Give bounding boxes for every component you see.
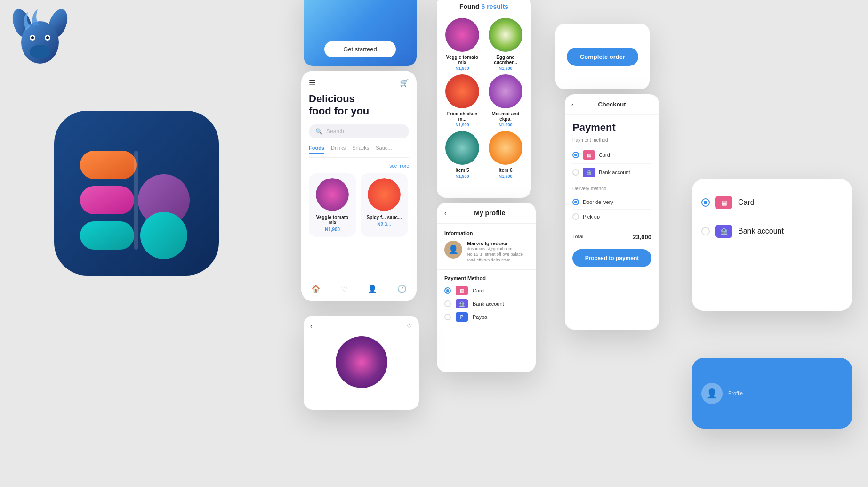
svg-point-3 <box>30 45 50 59</box>
user-email: dosamarvis@gmail.com <box>467 246 528 251</box>
delivery-section: Delivery method. Door delivery Pick up <box>565 186 659 229</box>
method-label: Payment method <box>572 138 651 143</box>
nav-home-icon[interactable]: 🏠 <box>311 284 321 293</box>
user-address: No 15 uli street off ove palace road eff… <box>467 252 528 263</box>
bank-icon: 🏦 <box>456 299 468 308</box>
payment-method-title: Payment Method <box>444 276 528 281</box>
bull-logo <box>12 7 68 80</box>
result-item-5[interactable]: Item 5 N1,900 <box>442 131 482 179</box>
door-delivery-option[interactable]: Door delivery <box>572 195 651 210</box>
large-card-icon: ▤ <box>715 196 732 209</box>
svg-rect-10 <box>80 186 134 214</box>
profile-info: Information 👤 Marvis Ighedosa dosamarvis… <box>437 224 536 270</box>
payment-heading: Payment <box>565 115 659 138</box>
screen-food-detail: ‹ ♡ <box>304 316 419 410</box>
main-title: Delicious food for you <box>309 93 409 118</box>
checkout-title: Checkout <box>598 101 626 108</box>
profile-back-arrow[interactable]: ‹ <box>444 209 447 217</box>
svg-rect-9 <box>80 151 137 179</box>
large-card-option[interactable]: ▤ Card <box>701 188 843 217</box>
checkout-card-icon: ▤ <box>583 150 595 160</box>
food-card-2-name: Spicy f... sauc... <box>365 215 403 220</box>
nav-history-icon[interactable]: 🕐 <box>397 284 407 293</box>
result-item-4[interactable]: Moi-moi and ekpa. N1,900 <box>486 74 525 127</box>
screen-profile: ‹ My profile Information 👤 Marvis Ighedo… <box>437 203 536 372</box>
svg-rect-11 <box>80 221 134 250</box>
checkout-bank-icon: 🏦 <box>583 168 595 177</box>
bottom-profile-text: Profile <box>728 390 743 396</box>
search-input[interactable]: Search <box>326 128 344 135</box>
nav-user-icon[interactable]: 👤 <box>368 284 377 293</box>
result-item-6[interactable]: Item 6 N1,900 <box>486 131 525 179</box>
screen-main: ☰ 🛒 Delicious food for you 🔍 Search Food… <box>301 71 417 301</box>
tab-foods[interactable]: Foods <box>309 145 324 154</box>
checkout-back-arrow[interactable]: ‹ <box>571 101 574 108</box>
total-amount: 23,000 <box>633 234 651 241</box>
food-card-1-name: Veggie tomato mix <box>313 215 351 225</box>
complete-order-button[interactable]: Complete order <box>567 48 638 66</box>
cart-icon[interactable]: 🛒 <box>400 78 409 87</box>
results-header: Found 6 results <box>437 0 531 18</box>
payment-option-paypal[interactable]: P Paypal <box>444 312 528 322</box>
proceed-to-payment-button[interactable]: Proceed to payment <box>572 249 651 267</box>
user-name: Marvis Ighedosa <box>467 241 528 246</box>
method-section: Payment method ▤ Card 🏦 Bank account <box>565 138 659 186</box>
category-tabs: Foods Drinks Snacks Sauc... <box>309 145 409 158</box>
result-item-2[interactable]: Egg and cucmber... N1,900 <box>486 18 525 71</box>
search-bar[interactable]: 🔍 Search <box>309 124 409 138</box>
screen-card-bank: ▤ Card 🏦 Bank account <box>692 179 852 311</box>
tab-sauces[interactable]: Sauc... <box>376 145 392 154</box>
screen-blue-bottom: 👤 Profile <box>692 358 852 429</box>
payment-method-section: Payment Method ▤ Card 🏦 Bank account P P… <box>437 270 536 331</box>
get-started-button[interactable]: Get starteed <box>324 41 396 57</box>
bottom-nav: 🏠 ♡ 👤 🕐 <box>301 276 417 301</box>
info-label: Information <box>444 230 528 236</box>
result-item-3[interactable]: Fried chicken m... N1,900 <box>442 74 482 127</box>
food-card-2-price: N2,3... <box>365 222 403 227</box>
large-bank-label: Bank account <box>738 227 784 235</box>
user-avatar: 👤 <box>444 241 462 259</box>
payment-option-bank[interactable]: 🏦 Bank account <box>444 299 528 308</box>
profile-title: My profile <box>474 209 505 217</box>
screen-complete: Complete order <box>555 24 650 89</box>
tab-snacks[interactable]: Snacks <box>352 145 369 154</box>
result-item-1[interactable]: Veggie tomato mix N1,900 <box>442 18 482 71</box>
nav-heart-icon[interactable]: ♡ <box>341 284 347 293</box>
svg-point-13 <box>140 212 187 259</box>
tab-drinks[interactable]: Drinks <box>331 145 346 154</box>
svg-point-6 <box>31 36 34 39</box>
large-bank-option[interactable]: 🏦 Bank account <box>701 217 843 245</box>
svg-point-7 <box>46 36 49 39</box>
pickup-option[interactable]: Pick up <box>572 210 651 224</box>
paypal-icon: P <box>456 312 468 322</box>
figma-3d-icon <box>47 104 226 283</box>
svg-rect-14 <box>134 151 138 250</box>
food-detail-heart-icon[interactable]: ♡ <box>406 322 412 330</box>
large-bank-icon: 🏦 <box>715 225 732 238</box>
checkout-card-option[interactable]: ▤ Card <box>572 146 651 164</box>
food-card-1[interactable]: Veggie tomato mix N1,900 <box>309 173 356 237</box>
bottom-profile-label: Profile <box>728 390 743 396</box>
food-card-1-price: N1,900 <box>313 227 351 232</box>
large-card-label: Card <box>738 198 755 207</box>
food-grid: Veggie tomato mix N1,900 Egg and cucmber… <box>437 18 531 184</box>
payment-option-card[interactable]: ▤ Card <box>444 286 528 295</box>
food-detail-back-arrow[interactable]: ‹ <box>310 322 313 330</box>
total-row: Total 23,000 <box>565 229 659 245</box>
search-icon: 🔍 <box>315 128 322 135</box>
delivery-label: Delivery method. <box>572 186 651 191</box>
food-card-2[interactable]: Spicy f... sauc... N2,3... <box>361 173 408 237</box>
screen-checkout: ‹ Checkout Payment Payment method ▤ Card… <box>565 94 659 330</box>
see-more-link[interactable]: see more <box>309 163 409 169</box>
screen-get-started: Get starteed <box>304 0 417 66</box>
card-icon: ▤ <box>456 286 468 295</box>
bottom-profile-avatar: 👤 <box>701 383 723 404</box>
total-label: Total <box>572 234 583 241</box>
checkout-bank-option[interactable]: 🏦 Bank account <box>572 164 651 181</box>
menu-icon[interactable]: ☰ <box>309 78 315 87</box>
food-cards-row: Veggie tomato mix N1,900 Spicy f... sauc… <box>309 173 409 237</box>
screen-results: Found 6 results Veggie tomato mix N1,900… <box>437 0 531 198</box>
